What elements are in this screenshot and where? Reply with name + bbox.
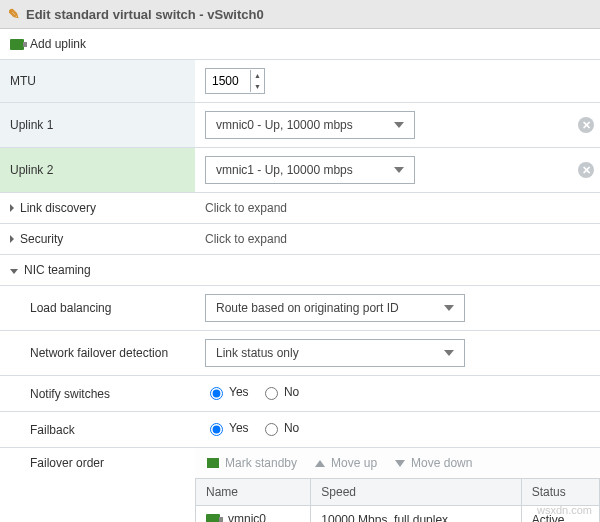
load-balancing-label: Load balancing <box>0 286 195 331</box>
uplink1-label: Uplink 1 <box>0 103 195 148</box>
move-down-icon <box>395 460 405 467</box>
uplink2-value: vmnic1 - Up, 10000 mbps <box>216 163 353 177</box>
failover-detection-value: Link status only <box>216 346 299 360</box>
add-uplink-label: Add uplink <box>30 37 86 51</box>
link-discovery-expand[interactable]: Click to expand <box>195 193 600 224</box>
failover-order-toolbar: Mark standby Move up Move down <box>195 448 600 478</box>
mtu-step-down[interactable]: ▼ <box>251 81 264 92</box>
move-down-button[interactable]: Move down <box>395 456 472 470</box>
standby-icon <box>207 458 219 468</box>
uplink1-remove-button[interactable]: ✕ <box>578 117 594 133</box>
failback-no[interactable]: No <box>260 420 299 436</box>
uplink2-select[interactable]: vmnic1 - Up, 10000 mbps <box>205 156 415 184</box>
failover-detection-select[interactable]: Link status only <box>205 339 465 367</box>
move-up-button[interactable]: Move up <box>315 456 377 470</box>
col-status[interactable]: Status <box>521 479 599 506</box>
link-discovery-section[interactable]: Link discovery <box>0 193 195 224</box>
chevron-down-icon <box>444 305 454 311</box>
security-section[interactable]: Security <box>0 224 195 255</box>
load-balancing-value: Route based on originating port ID <box>216 301 399 315</box>
chevron-down-icon <box>394 167 404 173</box>
load-balancing-select[interactable]: Route based on originating port ID <box>205 294 465 322</box>
uplink1-select[interactable]: vmnic0 - Up, 10000 mbps <box>205 111 415 139</box>
nic-name: vmnic0 <box>228 512 266 522</box>
watermark: wsxdn.com <box>537 504 592 516</box>
settings-form: MTU ▲ ▼ Uplink 1 vmnic0 - Up, 10000 mbps… <box>0 60 600 522</box>
failover-detection-label: Network failover detection <box>0 331 195 376</box>
col-speed[interactable]: Speed <box>311 479 521 506</box>
nic-teaming-section[interactable]: NIC teaming <box>0 255 600 286</box>
col-name[interactable]: Name <box>196 479 311 506</box>
failback-yes[interactable]: Yes <box>205 420 249 436</box>
dialog-title-bar: ✎ Edit standard virtual switch - vSwitch… <box>0 0 600 29</box>
chevron-down-icon <box>444 350 454 356</box>
notify-switches-no[interactable]: No <box>260 384 299 400</box>
add-uplink-button[interactable]: Add uplink <box>0 29 600 60</box>
edit-icon: ✎ <box>8 6 20 22</box>
mtu-input[interactable] <box>206 69 250 93</box>
move-up-icon <box>315 460 325 467</box>
security-expand[interactable]: Click to expand <box>195 224 600 255</box>
caret-right-icon <box>10 204 14 212</box>
nic-speed: 10000 Mbps, full duplex <box>311 506 521 523</box>
mtu-step-up[interactable]: ▲ <box>251 70 264 81</box>
mtu-stepper[interactable]: ▲ ▼ <box>205 68 265 94</box>
uplink2-remove-button[interactable]: ✕ <box>578 162 594 178</box>
chevron-down-icon <box>394 122 404 128</box>
notify-switches-label: Notify switches <box>0 376 195 412</box>
nic-icon <box>206 514 220 523</box>
add-uplink-icon <box>10 39 24 50</box>
uplink2-label: Uplink 2 <box>0 148 195 193</box>
failback-label: Failback <box>0 412 195 448</box>
mtu-label: MTU <box>0 60 195 103</box>
notify-switches-yes[interactable]: Yes <box>205 384 249 400</box>
caret-down-icon <box>10 269 18 274</box>
failover-order-label: Failover order <box>0 448 195 523</box>
caret-right-icon <box>10 235 14 243</box>
dialog-title: Edit standard virtual switch - vSwitch0 <box>26 7 264 22</box>
mark-standby-button[interactable]: Mark standby <box>207 456 297 470</box>
uplink1-value: vmnic0 - Up, 10000 mbps <box>216 118 353 132</box>
